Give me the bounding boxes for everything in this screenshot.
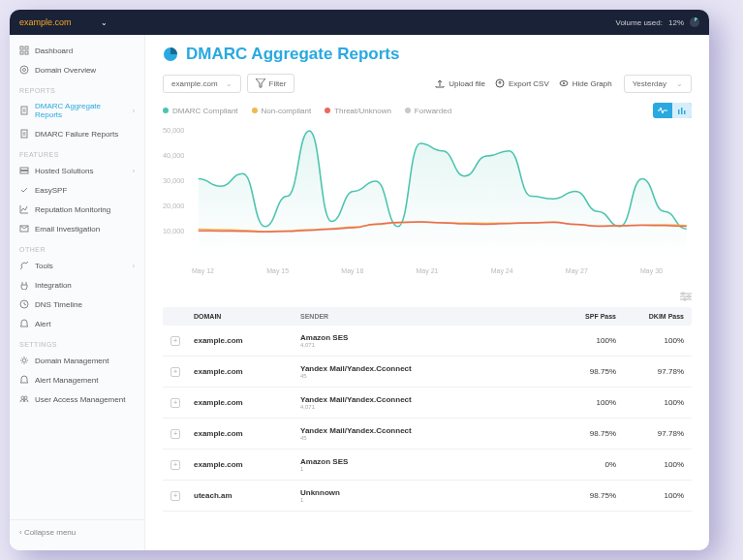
bell-icon	[19, 319, 29, 328]
sidebar-item-label: Alert	[35, 320, 50, 328]
svg-point-18	[563, 82, 565, 84]
cell-spf: 98.75%	[548, 491, 616, 500]
collapse-label: Collapse menu	[24, 528, 76, 537]
cell-spf: 98.75%	[548, 429, 616, 438]
pulse-icon	[658, 107, 667, 114]
sidebar-item-settings-2[interactable]: User Access Management	[10, 389, 144, 409]
table-row: +example.comYandex Mail/Yandex.Cconnect4…	[163, 357, 692, 388]
bar-view-button[interactable]	[672, 103, 692, 118]
volume-donut-icon	[690, 17, 699, 27]
th-spf: SPF Pass	[548, 313, 616, 320]
cell-dkim: 100%	[616, 398, 684, 407]
legend-item-1[interactable]: Non-compliant	[252, 107, 312, 115]
svg-rect-20	[681, 108, 683, 114]
table-row: +example.comAmazon SES10%100%	[163, 450, 692, 481]
chevron-down-icon: ⌄	[226, 79, 232, 88]
cell-domain: example.com	[194, 367, 300, 376]
sidebar-item-main-1[interactable]: Domain Overview	[10, 60, 144, 79]
expand-button[interactable]: +	[170, 336, 180, 346]
export-button[interactable]: Export CSV	[495, 78, 549, 88]
cell-domain: example.com	[194, 429, 300, 438]
pie-chart-icon	[163, 47, 178, 62]
filter-button[interactable]: Filter	[247, 74, 295, 93]
wrench-icon	[19, 261, 29, 270]
expand-button[interactable]: +	[170, 429, 180, 439]
cell-sender: Unknnown1	[300, 488, 548, 503]
table-row: +uteach.amUnknnown198.75%100%	[163, 481, 692, 512]
sidebar-item-other-2[interactable]: DNS Timeline	[10, 295, 144, 314]
svg-point-12	[22, 358, 26, 362]
chevron-right-icon: ›	[133, 108, 135, 114]
legend-label: Threat/Unknown	[334, 107, 391, 115]
server-icon	[19, 166, 29, 175]
chart-svg: 10,00020,00030,00040,00050,000	[163, 126, 692, 271]
cell-domain: example.com	[194, 398, 300, 407]
sidebar-item-other-1[interactable]: Integration	[10, 275, 144, 295]
cell-sender: Yandex Mail/Yandex.Cconnect4,071	[300, 395, 548, 410]
svg-text:50,000: 50,000	[163, 127, 184, 135]
sidebar-item-main-0[interactable]: Dashboard	[10, 41, 144, 60]
sidebar-item-label: Dashboard	[35, 47, 73, 55]
sidebar-item-label: Reputation Monitoring	[35, 205, 110, 214]
sidebar-header-settings: SETTINGS	[10, 333, 144, 351]
legend-item-3[interactable]: Forwarded	[405, 107, 451, 115]
sidebar-item-settings-1[interactable]: Alert Management	[10, 370, 144, 389]
table-settings-button[interactable]	[163, 292, 692, 303]
expand-button[interactable]: +	[170, 398, 180, 408]
toolbar: example.com ⌄ Filter Upload file Export …	[163, 74, 692, 93]
expand-button[interactable]: +	[170, 460, 180, 470]
collapse-menu[interactable]: ‹ Collapse menu	[10, 519, 144, 544]
sidebar-item-other-3[interactable]: Alert	[10, 314, 144, 333]
report-icon	[19, 129, 29, 139]
svg-rect-0	[20, 47, 23, 49]
line-view-button[interactable]	[653, 103, 672, 118]
cell-domain: example.com	[194, 460, 300, 469]
expand-button[interactable]: +	[170, 491, 180, 501]
chart-view-toggle	[653, 103, 692, 118]
sidebar-item-reports-1[interactable]: DMARC Failure Reports	[10, 124, 144, 143]
domain-dropdown[interactable]: example.com ⌄	[163, 75, 241, 93]
date-selector[interactable]: Yesterday ⌄	[624, 75, 692, 93]
cell-dkim: 97.78%	[616, 429, 684, 438]
sidebar-item-features-2[interactable]: Reputation Monitoring	[10, 200, 144, 219]
chevron-right-icon: ›	[133, 168, 135, 174]
th-dkim: DKIM Pass	[616, 313, 684, 320]
cell-dkim: 100%	[616, 336, 684, 345]
expand-button[interactable]: +	[170, 367, 180, 377]
legend-item-0[interactable]: DMARC Compliant	[163, 107, 238, 115]
date-value: Yesterday	[633, 79, 666, 88]
sidebar-item-label: Domain Overview	[35, 66, 96, 75]
sidebar-item-settings-0[interactable]: Domain Management	[10, 351, 144, 370]
filter-label: Filter	[269, 79, 287, 88]
mail-icon	[19, 224, 29, 233]
svg-text:20,000: 20,000	[163, 202, 184, 210]
chart-icon	[19, 204, 29, 214]
clock-icon	[19, 299, 29, 309]
table-row: +example.comYandex Mail/Yandex.Cconnect4…	[163, 388, 692, 419]
sidebar-item-features-3[interactable]: Email Investigation	[10, 219, 144, 238]
svg-rect-21	[684, 110, 686, 114]
sidebar-item-features-1[interactable]: EasySPF	[10, 180, 144, 200]
svg-text:30,000: 30,000	[163, 177, 184, 185]
hide-graph-button[interactable]: Hide Graph	[559, 78, 612, 88]
th-sender: SENDER	[300, 313, 548, 320]
sidebar-item-label: EasySPF	[35, 186, 67, 195]
cell-dkim: 97.78%	[616, 367, 684, 376]
sliders-icon	[680, 292, 692, 301]
domain-selector[interactable]: example.com ⌄	[19, 17, 108, 27]
upload-button[interactable]: Upload file	[435, 78, 485, 88]
body: DashboardDomain Overview REPORTS DMARC A…	[10, 35, 709, 550]
sidebar-item-other-0[interactable]: Tools›	[10, 256, 144, 275]
svg-point-28	[688, 296, 690, 297]
sidebar-item-label: Alert Management	[35, 376, 98, 385]
legend-dot-icon	[405, 108, 411, 113]
legend-item-2[interactable]: Threat/Unknown	[325, 107, 391, 115]
sidebar-item-reports-0[interactable]: DMARC Aggregate Reports›	[10, 97, 144, 124]
export-icon	[495, 78, 505, 88]
table-header: DOMAIN SENDER SPF Pass DKIM Pass	[163, 307, 692, 326]
cell-sender: Amazon SES1	[300, 457, 548, 472]
grid-icon	[19, 46, 29, 55]
svg-text:10,000: 10,000	[163, 228, 184, 235]
sidebar-item-features-0[interactable]: Hosted Solutions›	[10, 161, 144, 180]
hide-graph-label: Hide Graph	[573, 79, 612, 88]
